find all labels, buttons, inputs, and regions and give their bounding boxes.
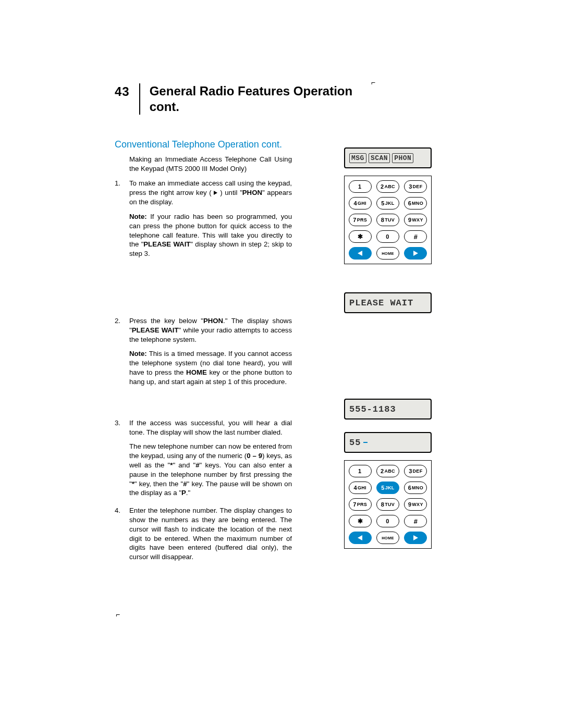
cursor-icon [363, 442, 368, 443]
key-3: 3DEF [404, 465, 427, 477]
key-home: HOME [376, 532, 399, 544]
page-header: 43 General Radio Features Operation cont… [115, 83, 469, 115]
step-2-note: Note: This is a timed message. If you ca… [129, 349, 292, 386]
step-number: 1. [115, 179, 124, 264]
step-2: 2. Press the key below "PHON." The displ… [115, 316, 292, 392]
step-3-text-2: The new telephone number can now be ente… [129, 442, 292, 498]
step-body: Enter the telephone number. The display … [129, 506, 292, 567]
step-body: Press the key below "PHON." The display … [129, 316, 292, 392]
text-column: Conventional Telephone Operation cont. M… [115, 138, 292, 570]
key-8: 8TUV [376, 214, 399, 226]
key-nav-left [349, 532, 372, 544]
radio-illustration-2: PLEASE WAIT [307, 292, 469, 313]
softkey-phon: PHON [392, 153, 413, 163]
step-body: To make an immediate access call using t… [129, 179, 292, 264]
title-line-1: General Radio Features Operation [150, 84, 352, 98]
key-3: 3DEF [404, 180, 427, 193]
section-subheading: Conventional Telephone Operation cont. [115, 138, 292, 151]
softkey-scan: SCAN [369, 153, 390, 163]
key-2: 2ABC [376, 180, 399, 193]
key-4: 4GHI [349, 482, 372, 494]
lcd-display-softkeys: MSG SCAN PHON [344, 147, 432, 168]
step-number: 3. [115, 418, 124, 503]
page-number: 43 [115, 83, 130, 99]
step-3-text: If the access was successful, you will h… [129, 418, 292, 437]
spacer [115, 395, 292, 418]
key-6: 6MNO [404, 197, 427, 209]
step-number: 2. [115, 316, 124, 392]
step-4-text: Enter the telephone number. The display … [129, 506, 292, 562]
step-number: 4. [115, 506, 124, 567]
step-4: 4. Enter the telephone number. The displ… [115, 506, 292, 567]
key-7: 7PRS [349, 214, 372, 226]
right-arrow-icon [413, 535, 418, 540]
step-1-text: To make an immediate access call using t… [129, 179, 292, 207]
key-2: 2ABC [376, 465, 399, 477]
key-home: HOME [376, 247, 399, 260]
key-8: 8TUV [376, 498, 399, 511]
illustration-column: MSG SCAN PHON 1 2ABC 3DEF 4GHI 5JKL 6MNO… [307, 138, 469, 570]
radio-illustration-4: 55 1 2ABC 3DEF 4GHI 5JKL 6MNO 7PRS 8TUV … [307, 432, 469, 549]
lcd-display-last-number: 555-1183 [344, 399, 432, 419]
key-1: 1 [349, 465, 372, 477]
crop-mark-top: ⌐ [371, 78, 375, 87]
key-hash: # [404, 515, 427, 527]
radio-illustration-3: 555-1183 [307, 399, 469, 419]
step-1: 1. To make an immediate access call usin… [115, 179, 292, 264]
key-9: 9WXY [404, 214, 427, 226]
hash-icon: # [414, 517, 418, 525]
content-columns: Conventional Telephone Operation cont. M… [115, 138, 469, 570]
crop-mark-bottom: ⌐ [116, 610, 120, 619]
key-1: 1 [349, 180, 372, 193]
radio-illustration-1: MSG SCAN PHON 1 2ABC 3DEF 4GHI 5JKL 6MNO… [307, 147, 469, 264]
key-5: 5JKL [376, 197, 399, 209]
step-2-text: Press the key below "PHON." The display … [129, 316, 292, 344]
entered-digits: 55 [349, 438, 361, 448]
page-title: General Radio Features Operation cont. [150, 83, 352, 115]
keypad-2: 1 2ABC 3DEF 4GHI 5JKL 6MNO 7PRS 8TUV 9WX… [344, 460, 432, 549]
header-divider [139, 83, 140, 115]
step-1-note: Note: If your radio has been so programm… [129, 212, 292, 258]
key-9: 9WXY [404, 498, 427, 511]
key-0: 0 [376, 515, 399, 527]
left-arrow-icon [358, 535, 362, 540]
key-7: 7PRS [349, 498, 372, 511]
key-hash: # [404, 230, 427, 243]
key-star [349, 230, 372, 243]
softkey-msg: MSG [349, 153, 366, 163]
lcd-display-entering: 55 [344, 432, 432, 453]
key-star [349, 515, 372, 527]
manual-page: ⌐ 43 General Radio Features Operation co… [0, 0, 563, 728]
key-6: 6MNO [404, 482, 427, 494]
right-arrow-icon [214, 188, 217, 198]
step-body: If the access was successful, you will h… [129, 418, 292, 503]
spacer [115, 267, 292, 316]
keypad-1: 1 2ABC 3DEF 4GHI 5JKL 6MNO 7PRS 8TUV 9WX… [344, 176, 432, 264]
key-nav-right [404, 247, 427, 260]
step-3: 3. If the access was successful, you wil… [115, 418, 292, 503]
hash-icon: # [414, 233, 418, 241]
right-arrow-icon [413, 251, 418, 256]
title-line-2: cont. [150, 100, 179, 114]
key-5-pressed: 5JKL [376, 482, 399, 494]
key-nav-left [349, 247, 372, 260]
intro-paragraph: Making an Immediate Access Telephone Cal… [129, 155, 292, 174]
left-arrow-icon [358, 251, 362, 256]
key-4: 4GHI [349, 197, 372, 209]
key-nav-right [404, 532, 427, 544]
key-0: 0 [376, 230, 399, 243]
lcd-display-please-wait: PLEASE WAIT [344, 292, 432, 313]
